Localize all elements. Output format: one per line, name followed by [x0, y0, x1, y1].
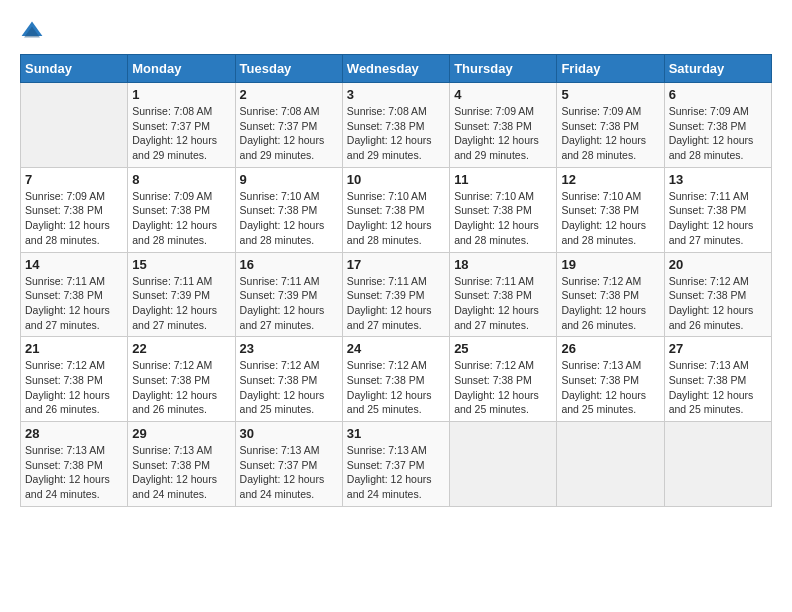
day-number: 28: [25, 426, 123, 441]
day-info: Sunrise: 7:11 AMSunset: 7:39 PMDaylight:…: [240, 274, 338, 333]
day-info: Sunrise: 7:13 AMSunset: 7:38 PMDaylight:…: [669, 358, 767, 417]
day-info: Sunrise: 7:12 AMSunset: 7:38 PMDaylight:…: [132, 358, 230, 417]
day-number: 24: [347, 341, 445, 356]
calendar-cell: 13Sunrise: 7:11 AMSunset: 7:38 PMDayligh…: [664, 167, 771, 252]
calendar-cell: 31Sunrise: 7:13 AMSunset: 7:37 PMDayligh…: [342, 422, 449, 507]
calendar-week-1: 7Sunrise: 7:09 AMSunset: 7:38 PMDaylight…: [21, 167, 772, 252]
day-info: Sunrise: 7:09 AMSunset: 7:38 PMDaylight:…: [561, 104, 659, 163]
calendar-cell: 22Sunrise: 7:12 AMSunset: 7:38 PMDayligh…: [128, 337, 235, 422]
calendar-header: SundayMondayTuesdayWednesdayThursdayFrid…: [21, 55, 772, 83]
day-number: 29: [132, 426, 230, 441]
day-info: Sunrise: 7:08 AMSunset: 7:37 PMDaylight:…: [240, 104, 338, 163]
day-header-tuesday: Tuesday: [235, 55, 342, 83]
calendar-cell: 1Sunrise: 7:08 AMSunset: 7:37 PMDaylight…: [128, 83, 235, 168]
calendar-cell: 29Sunrise: 7:13 AMSunset: 7:38 PMDayligh…: [128, 422, 235, 507]
calendar-cell: 26Sunrise: 7:13 AMSunset: 7:38 PMDayligh…: [557, 337, 664, 422]
calendar-week-2: 14Sunrise: 7:11 AMSunset: 7:38 PMDayligh…: [21, 252, 772, 337]
calendar-body: 1Sunrise: 7:08 AMSunset: 7:37 PMDaylight…: [21, 83, 772, 507]
day-info: Sunrise: 7:13 AMSunset: 7:38 PMDaylight:…: [561, 358, 659, 417]
day-number: 14: [25, 257, 123, 272]
calendar-cell: 8Sunrise: 7:09 AMSunset: 7:38 PMDaylight…: [128, 167, 235, 252]
calendar-cell: 15Sunrise: 7:11 AMSunset: 7:39 PMDayligh…: [128, 252, 235, 337]
calendar-week-0: 1Sunrise: 7:08 AMSunset: 7:37 PMDaylight…: [21, 83, 772, 168]
day-header-wednesday: Wednesday: [342, 55, 449, 83]
calendar-cell: 16Sunrise: 7:11 AMSunset: 7:39 PMDayligh…: [235, 252, 342, 337]
day-number: 15: [132, 257, 230, 272]
days-of-week-row: SundayMondayTuesdayWednesdayThursdayFrid…: [21, 55, 772, 83]
logo: [20, 20, 48, 44]
day-info: Sunrise: 7:11 AMSunset: 7:39 PMDaylight:…: [347, 274, 445, 333]
calendar-cell: 20Sunrise: 7:12 AMSunset: 7:38 PMDayligh…: [664, 252, 771, 337]
day-number: 16: [240, 257, 338, 272]
day-number: 12: [561, 172, 659, 187]
day-number: 4: [454, 87, 552, 102]
day-number: 31: [347, 426, 445, 441]
calendar-cell: 9Sunrise: 7:10 AMSunset: 7:38 PMDaylight…: [235, 167, 342, 252]
day-info: Sunrise: 7:08 AMSunset: 7:37 PMDaylight:…: [132, 104, 230, 163]
day-number: 21: [25, 341, 123, 356]
day-info: Sunrise: 7:11 AMSunset: 7:39 PMDaylight:…: [132, 274, 230, 333]
day-info: Sunrise: 7:11 AMSunset: 7:38 PMDaylight:…: [669, 189, 767, 248]
day-number: 30: [240, 426, 338, 441]
calendar-cell: 6Sunrise: 7:09 AMSunset: 7:38 PMDaylight…: [664, 83, 771, 168]
day-header-monday: Monday: [128, 55, 235, 83]
day-info: Sunrise: 7:13 AMSunset: 7:38 PMDaylight:…: [25, 443, 123, 502]
day-info: Sunrise: 7:13 AMSunset: 7:38 PMDaylight:…: [132, 443, 230, 502]
day-number: 17: [347, 257, 445, 272]
day-info: Sunrise: 7:13 AMSunset: 7:37 PMDaylight:…: [347, 443, 445, 502]
calendar-cell: 23Sunrise: 7:12 AMSunset: 7:38 PMDayligh…: [235, 337, 342, 422]
day-info: Sunrise: 7:10 AMSunset: 7:38 PMDaylight:…: [561, 189, 659, 248]
day-header-friday: Friday: [557, 55, 664, 83]
day-info: Sunrise: 7:11 AMSunset: 7:38 PMDaylight:…: [25, 274, 123, 333]
calendar-cell: [450, 422, 557, 507]
day-header-sunday: Sunday: [21, 55, 128, 83]
calendar-cell: 2Sunrise: 7:08 AMSunset: 7:37 PMDaylight…: [235, 83, 342, 168]
day-info: Sunrise: 7:12 AMSunset: 7:38 PMDaylight:…: [454, 358, 552, 417]
day-number: 26: [561, 341, 659, 356]
calendar-cell: 18Sunrise: 7:11 AMSunset: 7:38 PMDayligh…: [450, 252, 557, 337]
day-number: 27: [669, 341, 767, 356]
calendar-week-4: 28Sunrise: 7:13 AMSunset: 7:38 PMDayligh…: [21, 422, 772, 507]
day-header-thursday: Thursday: [450, 55, 557, 83]
calendar-cell: 27Sunrise: 7:13 AMSunset: 7:38 PMDayligh…: [664, 337, 771, 422]
calendar-cell: 28Sunrise: 7:13 AMSunset: 7:38 PMDayligh…: [21, 422, 128, 507]
day-info: Sunrise: 7:12 AMSunset: 7:38 PMDaylight:…: [347, 358, 445, 417]
day-number: 11: [454, 172, 552, 187]
day-info: Sunrise: 7:10 AMSunset: 7:38 PMDaylight:…: [454, 189, 552, 248]
day-info: Sunrise: 7:11 AMSunset: 7:38 PMDaylight:…: [454, 274, 552, 333]
day-info: Sunrise: 7:09 AMSunset: 7:38 PMDaylight:…: [132, 189, 230, 248]
day-number: 2: [240, 87, 338, 102]
logo-icon: [20, 20, 44, 44]
calendar-cell: 12Sunrise: 7:10 AMSunset: 7:38 PMDayligh…: [557, 167, 664, 252]
day-number: 7: [25, 172, 123, 187]
calendar-cell: [21, 83, 128, 168]
day-number: 20: [669, 257, 767, 272]
day-info: Sunrise: 7:12 AMSunset: 7:38 PMDaylight:…: [669, 274, 767, 333]
day-info: Sunrise: 7:13 AMSunset: 7:37 PMDaylight:…: [240, 443, 338, 502]
calendar-week-3: 21Sunrise: 7:12 AMSunset: 7:38 PMDayligh…: [21, 337, 772, 422]
calendar-cell: 17Sunrise: 7:11 AMSunset: 7:39 PMDayligh…: [342, 252, 449, 337]
calendar-cell: 24Sunrise: 7:12 AMSunset: 7:38 PMDayligh…: [342, 337, 449, 422]
day-info: Sunrise: 7:10 AMSunset: 7:38 PMDaylight:…: [240, 189, 338, 248]
calendar-cell: [664, 422, 771, 507]
calendar-cell: 14Sunrise: 7:11 AMSunset: 7:38 PMDayligh…: [21, 252, 128, 337]
day-number: 5: [561, 87, 659, 102]
day-info: Sunrise: 7:12 AMSunset: 7:38 PMDaylight:…: [240, 358, 338, 417]
calendar-table: SundayMondayTuesdayWednesdayThursdayFrid…: [20, 54, 772, 507]
day-number: 10: [347, 172, 445, 187]
day-number: 8: [132, 172, 230, 187]
calendar-cell: 5Sunrise: 7:09 AMSunset: 7:38 PMDaylight…: [557, 83, 664, 168]
day-number: 19: [561, 257, 659, 272]
calendar-cell: 19Sunrise: 7:12 AMSunset: 7:38 PMDayligh…: [557, 252, 664, 337]
calendar-cell: [557, 422, 664, 507]
day-number: 6: [669, 87, 767, 102]
day-info: Sunrise: 7:09 AMSunset: 7:38 PMDaylight:…: [25, 189, 123, 248]
day-info: Sunrise: 7:09 AMSunset: 7:38 PMDaylight:…: [454, 104, 552, 163]
day-info: Sunrise: 7:09 AMSunset: 7:38 PMDaylight:…: [669, 104, 767, 163]
calendar-cell: 25Sunrise: 7:12 AMSunset: 7:38 PMDayligh…: [450, 337, 557, 422]
calendar-cell: 21Sunrise: 7:12 AMSunset: 7:38 PMDayligh…: [21, 337, 128, 422]
day-info: Sunrise: 7:08 AMSunset: 7:38 PMDaylight:…: [347, 104, 445, 163]
day-number: 25: [454, 341, 552, 356]
calendar-cell: 7Sunrise: 7:09 AMSunset: 7:38 PMDaylight…: [21, 167, 128, 252]
day-info: Sunrise: 7:12 AMSunset: 7:38 PMDaylight:…: [25, 358, 123, 417]
